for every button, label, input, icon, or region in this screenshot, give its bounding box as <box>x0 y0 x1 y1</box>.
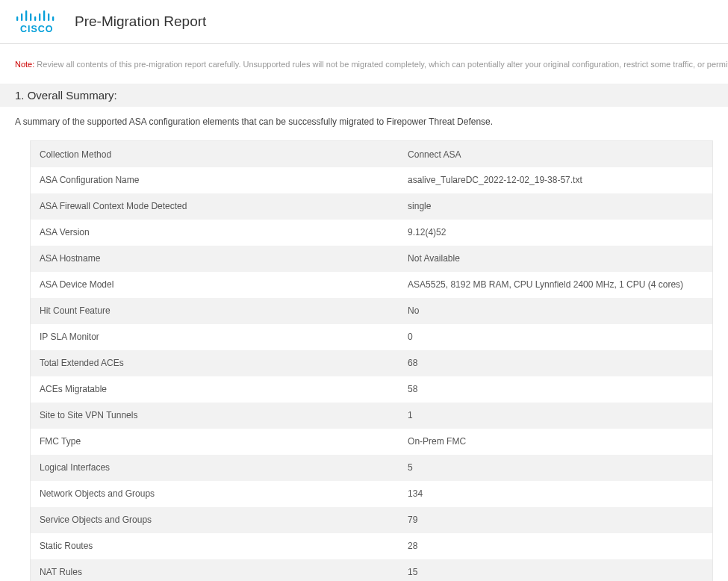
table-row: NAT Rules15 <box>31 559 713 581</box>
svg-rect-3 <box>30 13 31 21</box>
table-row: ASA Configuration Nameasalive_TulareDC_2… <box>31 167 713 193</box>
table-row: Logical Interfaces5 <box>31 455 713 481</box>
table-cell-value: 28 <box>399 533 712 559</box>
table-row: ASA Firewall Context Mode Detectedsingle <box>31 193 713 220</box>
table-row: IP SLA Monitor0 <box>31 324 713 350</box>
table-cell-value: ASA5525, 8192 MB RAM, CPU Lynnfield 2400… <box>399 272 712 298</box>
svg-rect-4 <box>34 16 36 21</box>
svg-rect-0 <box>16 16 18 21</box>
table-cell-value: single <box>399 193 712 220</box>
table-cell-label: ASA Version <box>31 220 399 246</box>
table-cell-label: Total Extended ACEs <box>31 350 399 376</box>
svg-text:CISCO: CISCO <box>20 24 54 34</box>
table-row: Site to Site VPN Tunnels1 <box>31 403 713 429</box>
table-row: ASA Version9.12(4)52 <box>31 220 713 246</box>
table-cell-label: Site to Site VPN Tunnels <box>31 403 399 429</box>
table-cell-value: 58 <box>399 376 712 403</box>
svg-rect-5 <box>39 13 40 21</box>
svg-rect-1 <box>21 13 22 21</box>
table-cell-label: Collection Method <box>31 141 399 167</box>
table-cell-label: NAT Rules <box>31 559 399 581</box>
page-title: Pre-Migration Report <box>75 13 206 30</box>
table-cell-label: ASA Configuration Name <box>31 167 399 193</box>
table-cell-label: Static Routes <box>31 533 399 559</box>
table-cell-value: asalive_TulareDC_2022-12-02_19-38-57.txt <box>399 167 712 193</box>
table-cell-label: Service Objects and Groups <box>31 507 399 533</box>
svg-rect-2 <box>25 10 27 21</box>
table-cell-label: Network Objects and Groups <box>31 481 399 507</box>
table-cell-value: No <box>399 298 712 324</box>
table-cell-value: 5 <box>399 455 712 481</box>
table-cell-label: FMC Type <box>31 429 399 455</box>
table-cell-label: Hit Count Feature <box>31 298 399 324</box>
table-row: Hit Count FeatureNo <box>31 298 713 324</box>
table-cell-value: 15 <box>399 559 712 581</box>
table-cell-label: ASA Hostname <box>31 246 399 272</box>
table-row: Static Routes28 <box>31 533 713 559</box>
note-text: Review all contents of this pre-migratio… <box>37 60 728 69</box>
table-cell-label: IP SLA Monitor <box>31 324 399 350</box>
table-cell-value: 68 <box>399 350 712 376</box>
table-row: Collection MethodConnect ASA <box>31 141 713 167</box>
table-row: Service Objects and Groups79 <box>31 507 713 533</box>
table-cell-value: Not Available <box>399 246 712 272</box>
table-cell-value: 79 <box>399 507 712 533</box>
table-row: Total Extended ACEs68 <box>31 350 713 376</box>
table-cell-label: ASA Firewall Context Mode Detected <box>31 193 399 220</box>
table-cell-value: 134 <box>399 481 712 507</box>
section-heading: 1. Overall Summary: <box>0 84 728 107</box>
table-cell-label: ASA Device Model <box>31 272 399 298</box>
table-row: Network Objects and Groups134 <box>31 481 713 507</box>
note-label: Note: <box>15 60 34 69</box>
svg-rect-7 <box>48 13 49 21</box>
table-cell-value: Connect ASA <box>399 141 712 167</box>
svg-rect-8 <box>52 16 54 21</box>
table-row: FMC TypeOn-Prem FMC <box>31 429 713 455</box>
svg-rect-6 <box>43 10 45 21</box>
table-cell-label: Logical Interfaces <box>31 455 399 481</box>
table-cell-value: 0 <box>399 324 712 350</box>
table-cell-value: 9.12(4)52 <box>399 220 712 246</box>
header: CISCO Pre-Migration Report <box>0 0 728 44</box>
table-row: ASA Device ModelASA5525, 8192 MB RAM, CP… <box>31 272 713 298</box>
note-section: Note: Review all contents of this pre-mi… <box>0 44 728 78</box>
cisco-logo-icon: CISCO <box>15 9 60 34</box>
table-row: ACEs Migratable58 <box>31 376 713 403</box>
section-description: A summary of the supported ASA configura… <box>0 113 728 140</box>
table-row: ASA HostnameNot Available <box>31 246 713 272</box>
table-cell-value: 1 <box>399 403 712 429</box>
table-cell-label: ACEs Migratable <box>31 376 399 403</box>
summary-table: Collection MethodConnect ASAASA Configur… <box>30 140 713 581</box>
table-cell-value: On-Prem FMC <box>399 429 712 455</box>
